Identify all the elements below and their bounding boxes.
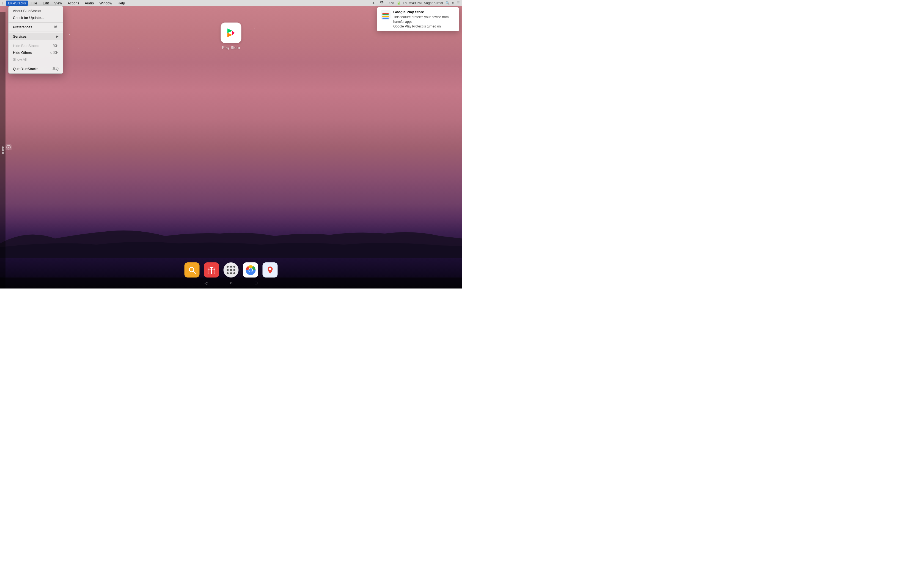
notification-body: This feature protects your device from h… (393, 15, 456, 29)
svg-rect-21 (382, 14, 389, 15)
nav-recent[interactable]: □ (255, 280, 257, 285)
svg-point-0 (2, 147, 4, 149)
username: Sagar Kumar (424, 1, 443, 5)
menu-hide-bluestacks[interactable]: Hide BlueStacks ⌘H (8, 42, 63, 49)
menu-audio[interactable]: Audio (82, 0, 96, 6)
dock-search-icon[interactable] (184, 263, 200, 277)
side-panel (0, 12, 5, 288)
menu-window[interactable]: Window (97, 0, 114, 6)
menu-separator-1 (8, 22, 63, 23)
nav-back[interactable]: ◁ (205, 280, 208, 286)
play-store-icon[interactable]: Play Store (221, 23, 241, 50)
airdrop-icon[interactable]: ⊕ (452, 1, 455, 5)
menubar:  BlueStacks File Edit View Actions Audi… (0, 0, 462, 6)
play-store-logo (221, 23, 241, 43)
preferences-shortcut: ⌘, (54, 25, 58, 29)
datetime: Thu 5:49 PM (403, 1, 422, 5)
battery-icon: 🔋 (397, 1, 401, 5)
spotlight-icon[interactable]: 🔍 (446, 1, 450, 5)
menu-preferences[interactable]: Preferences... ⌘, (8, 24, 63, 31)
hide-others-shortcut: ⌥⌘H (48, 50, 58, 55)
menu-view[interactable]: View (52, 0, 65, 6)
play-store-label: Play Store (222, 45, 240, 50)
dock-apps-button[interactable] (224, 263, 239, 277)
wifi-icon[interactable] (380, 1, 384, 5)
dock-maps-icon[interactable] (263, 263, 278, 277)
svg-point-2 (2, 152, 4, 154)
menu-separator-2 (8, 32, 63, 32)
notification-content: Google Play Store This feature protects … (393, 10, 456, 29)
separator-icon: | (377, 1, 378, 5)
menubar-right: A | 100% 🔋 Thu 5:49 PM Sagar Kumar 🔍 ⊕ ☰ (372, 1, 460, 5)
svg-rect-20 (382, 16, 389, 17)
menu-about[interactable]: About BlueStacks (8, 7, 63, 14)
menu-actions[interactable]: Actions (65, 0, 81, 6)
notification-app-icon (381, 10, 391, 20)
svg-point-16 (249, 268, 252, 272)
battery-percentage: 100% (386, 1, 394, 5)
menubar-left:  BlueStacks File Edit View Actions Audi… (2, 0, 372, 6)
android-dock (184, 263, 278, 277)
svg-point-18 (269, 268, 271, 270)
apple-logo[interactable]:  (2, 1, 3, 5)
dock-gift-icon[interactable] (204, 263, 219, 277)
menu-separator-3 (8, 41, 63, 41)
menu-help[interactable]: Help (115, 0, 127, 6)
bluestacks-side-icon[interactable] (5, 144, 11, 150)
services-arrow-icon: ▶ (57, 35, 58, 38)
svg-line-9 (193, 271, 195, 273)
menu-hide-others[interactable]: Hide Others ⌥⌘H (8, 49, 63, 56)
svg-rect-23 (382, 18, 389, 19)
nav-home[interactable]: ○ (230, 280, 233, 285)
menu-services[interactable]: Services ▶ (8, 33, 63, 40)
notification-popup[interactable]: Google Play Store This feature protects … (377, 7, 459, 31)
svg-marker-6 (233, 31, 234, 35)
apps-grid (226, 266, 236, 274)
notification-title: Google Play Store (393, 10, 456, 14)
svg-rect-22 (382, 13, 389, 14)
menu-check-update[interactable]: Check for Update... (8, 14, 63, 21)
keyboard-icon[interactable]: A (372, 2, 374, 5)
menu-bluestacks[interactable]: BlueStacks (6, 0, 28, 6)
bluestacks-screen: Play Store (0, 6, 462, 288)
menu-show-all[interactable]: Show All (8, 56, 63, 63)
svg-point-1 (2, 149, 4, 152)
bluestacks-dropdown-menu: About BlueStacks Check for Update... Pre… (8, 6, 63, 74)
control-center-icon[interactable]: ☰ (457, 1, 460, 5)
dock-chrome-icon[interactable] (243, 263, 258, 277)
menu-file[interactable]: File (29, 0, 39, 6)
quit-shortcut: ⌘Q (52, 67, 58, 71)
android-nav: ◁ ○ □ (0, 277, 462, 288)
menu-quit[interactable]: Quit BlueStacks ⌘Q (8, 65, 63, 72)
hide-bluestacks-shortcut: ⌘H (53, 44, 58, 48)
menu-edit[interactable]: Edit (40, 0, 51, 6)
